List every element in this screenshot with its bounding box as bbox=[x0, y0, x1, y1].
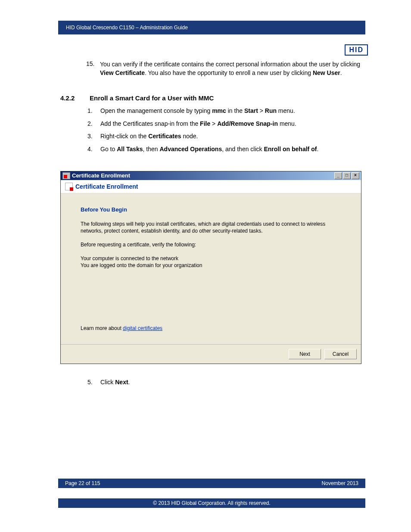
step-15: 15. You can verify if the certificate co… bbox=[86, 60, 365, 77]
window-title: Certificate Enrollment bbox=[72, 172, 333, 179]
certificate-icon bbox=[62, 172, 70, 179]
title-bar[interactable]: Certificate Enrollment _ □ × bbox=[61, 171, 361, 180]
section-number: 4.2.2 bbox=[60, 94, 90, 102]
intro-text: The following steps will help you instal… bbox=[81, 221, 341, 234]
step-text: You can verify if the certificate contai… bbox=[100, 60, 365, 77]
verify-text: Before requesting a certificate, verify … bbox=[81, 241, 341, 248]
step-2: 2. Add the Certificates snap-in from the… bbox=[87, 120, 365, 128]
next-button[interactable]: Next bbox=[289, 349, 321, 359]
step-1: 1. Open the management console by typing… bbox=[87, 107, 365, 115]
section-title: Enroll a Smart Card for a User with MMC bbox=[90, 94, 214, 102]
cancel-button[interactable]: Cancel bbox=[324, 349, 357, 359]
copyright: © 2013 HID Global Corporation. All right… bbox=[153, 500, 270, 506]
step-3: 3. Right-click on the Certificates node. bbox=[87, 132, 365, 141]
dialog-subtitle: Certificate Enrollment bbox=[75, 183, 138, 190]
checklist: Your computer is connected to the networ… bbox=[81, 255, 341, 269]
minimize-button[interactable]: _ bbox=[334, 172, 342, 179]
step-4: 4. Go to All Tasks, then Advanced Operat… bbox=[87, 145, 365, 154]
digital-certificates-link[interactable]: digital certificates bbox=[123, 325, 162, 331]
step-number: 15. bbox=[86, 60, 100, 77]
page-number: Page 22 of 115 bbox=[65, 480, 100, 486]
before-you-begin-heading: Before You Begin bbox=[81, 206, 341, 213]
certificate-icon bbox=[65, 183, 73, 190]
doc-header-title: HID Global Crescendo C1150 – Administrat… bbox=[66, 25, 188, 31]
footer-bar-2: © 2013 HID Global Corporation. All right… bbox=[58, 498, 365, 508]
doc-header: HID Global Crescendo C1150 – Administrat… bbox=[58, 21, 365, 34]
step-5: 5. Click Next. bbox=[87, 379, 365, 386]
footer-bar-1: Page 22 of 115 November 2013 bbox=[58, 479, 365, 488]
section-heading: 4.2.2 Enroll a Smart Card for a User wit… bbox=[60, 94, 365, 102]
certificate-enrollment-dialog: Certificate Enrollment _ □ × Certificate… bbox=[60, 171, 361, 364]
dialog-subheader: Certificate Enrollment bbox=[61, 180, 361, 193]
dialog-body: Before You Begin The following steps wil… bbox=[61, 193, 361, 344]
hid-logo: HID bbox=[345, 44, 368, 56]
close-button[interactable]: × bbox=[352, 172, 359, 179]
footer-date: November 2013 bbox=[322, 480, 358, 486]
dialog-footer: Next Cancel bbox=[61, 344, 361, 364]
learn-more-line: Learn more about digital certificates bbox=[81, 325, 341, 331]
maximize-button[interactable]: □ bbox=[343, 172, 351, 179]
